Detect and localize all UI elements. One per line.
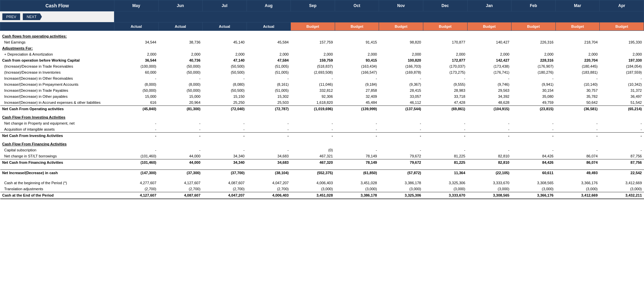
cell-value: -	[247, 147, 291, 153]
month-header-feb: Feb	[512, 0, 556, 11]
cell-value	[291, 31, 335, 40]
cell-value: (11,046)	[291, 81, 335, 87]
cell-value: (3,000)	[291, 186, 335, 192]
row-label: (Increase)/Decrease in Inventories	[0, 69, 114, 75]
next-button[interactable]: NEXT	[23, 13, 42, 20]
cell-value: (50,000)	[114, 87, 158, 93]
cell-value: -	[600, 75, 644, 81]
cell-value: -	[291, 133, 335, 139]
row-label: Cash at the End of the Period	[0, 192, 114, 199]
cell-value: (9,367)	[379, 81, 423, 87]
cell-value: -	[335, 147, 379, 153]
cell-value: 220,704	[555, 57, 600, 63]
type-header-jun: Actual	[158, 22, 203, 31]
cell-value: -	[335, 75, 379, 81]
cell-value: 467,320	[291, 159, 335, 166]
cell-value: 2,000	[555, 51, 600, 57]
cell-value	[291, 112, 335, 120]
cell-value: -	[555, 133, 600, 139]
type-header-sep: Budget	[291, 22, 335, 31]
cell-value: -	[423, 126, 467, 133]
cell-value: (173,275)	[423, 69, 467, 75]
row-label: Increase/(Decrease) in Accrued expenses …	[0, 99, 114, 106]
cell-value: 15,302	[247, 93, 291, 99]
cash-flow-container: Cash Flow May Jun Jul Aug Sep Oct Nov De…	[0, 0, 644, 281]
cell-value	[379, 45, 423, 51]
type-header-may: Actual	[114, 22, 158, 31]
cell-value	[467, 45, 512, 51]
cell-value: -	[512, 133, 556, 139]
cell-value: (8,080)	[203, 81, 247, 87]
cell-value: 47,428	[423, 99, 467, 106]
cell-value: -	[423, 120, 467, 126]
cell-value	[114, 112, 158, 120]
cell-value	[335, 45, 379, 51]
type-header-feb: Budget	[512, 22, 556, 31]
cell-value: (139,999)	[335, 106, 379, 112]
prev-button[interactable]: PREV	[2, 13, 20, 20]
cell-value: 3,366,176	[555, 180, 600, 186]
cell-value: (51,005)	[247, 69, 291, 75]
cell-value: (2,700)	[203, 186, 247, 192]
cell-value: 98,820	[379, 39, 423, 45]
table-row: Cash at the beginning of the Period (*)4…	[0, 180, 644, 186]
cell-value	[335, 112, 379, 120]
cell-value: (8,161)	[247, 81, 291, 87]
cell-value: (147,300)	[114, 169, 158, 176]
cell-value: 35,782	[555, 93, 600, 99]
cell-value: 142,427	[467, 57, 512, 63]
cell-value: 228,316	[512, 57, 556, 63]
cell-value: 159,759	[291, 57, 335, 63]
cell-value: (2,700)	[158, 186, 203, 192]
cell-value: 3,386,178	[335, 192, 379, 199]
cell-value: (187,559)	[600, 69, 644, 75]
cell-value: 3,325,306	[379, 192, 423, 199]
cell-value: -	[512, 147, 556, 153]
cell-value: 3,412,669	[600, 180, 644, 186]
row-label: Net change in ST/LT borrowings	[0, 153, 114, 159]
cell-value	[600, 45, 644, 51]
cell-value: 32,409	[335, 93, 379, 99]
cell-value: (8,000)	[158, 81, 203, 87]
cell-value: (38,104)	[247, 169, 291, 176]
cell-value: (176,741)	[467, 69, 512, 75]
cell-value: -	[512, 75, 556, 81]
cell-value: -	[158, 133, 203, 139]
cell-value: -	[291, 126, 335, 133]
cell-value: 84,426	[512, 159, 556, 166]
cell-value: 91,415	[335, 39, 379, 45]
cell-value: -	[158, 120, 203, 126]
row-label: Net Earnings	[0, 39, 114, 45]
cell-value: 60,000	[114, 69, 158, 75]
cell-value	[203, 31, 247, 40]
cell-value: -	[555, 126, 600, 133]
cell-value: -	[555, 75, 600, 81]
cell-value: 22,542	[600, 169, 644, 176]
cell-value: -	[600, 126, 644, 133]
cell-value: 2,000	[335, 51, 379, 57]
cell-value: 30,757	[555, 87, 600, 93]
month-header-jun: Jun	[158, 0, 203, 11]
row-label: Cash at the beginning of the Period (*)	[0, 180, 114, 186]
cell-value: -	[291, 75, 335, 81]
cell-value: 170,877	[423, 39, 467, 45]
cell-value: (2,700)	[247, 186, 291, 192]
cell-value	[555, 112, 600, 120]
cell-value: 79,672	[379, 159, 423, 166]
cell-value: (3,000)	[335, 186, 379, 192]
cell-value: -	[467, 75, 512, 81]
cell-value: -	[600, 133, 644, 139]
cell-value: -	[247, 126, 291, 133]
cell-value: -	[114, 126, 158, 133]
cell-value: 2,000	[467, 51, 512, 57]
cell-value: 28,983	[423, 87, 467, 93]
cell-value	[512, 45, 556, 51]
cell-value	[247, 31, 291, 40]
cell-value: 78,149	[335, 153, 379, 159]
cell-value: (170,037)	[423, 63, 467, 69]
cell-value: 81,225	[423, 153, 467, 159]
cell-value: (166,547)	[335, 69, 379, 75]
row-label: Cash Flow From Investing Activities	[0, 112, 114, 120]
month-header-dec: Dec	[423, 0, 467, 11]
table-row: Increase/(Decrease) in Trade Payables(50…	[0, 87, 644, 93]
